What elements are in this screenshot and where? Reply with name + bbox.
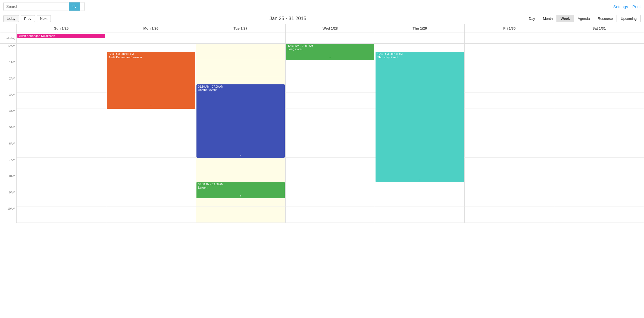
event-time: 02:30 AM - 07:00 AM — [198, 85, 283, 88]
time-label-3: 3AM — [0, 93, 17, 109]
time-cell-9-1 — [106, 190, 196, 206]
time-cell-5-6 — [554, 125, 644, 141]
time-cell-0-3: 12:00 AM - 01:00 AMLong event= — [286, 44, 375, 60]
time-cell-5-5 — [465, 125, 554, 141]
allday-cell-2 — [196, 33, 286, 44]
time-cell-10-5 — [465, 206, 554, 223]
calendar-title: Jan 25 - 31 2015 — [52, 16, 523, 21]
time-cell-8-6 — [554, 174, 644, 190]
allday-cell-3 — [286, 33, 375, 44]
allday-cell-4 — [375, 33, 465, 44]
event-e5[interactable]: 08:30 AM - 09:30 AMLaruem= — [196, 182, 285, 198]
prev-button[interactable]: Prev — [21, 15, 35, 22]
time-cell-5-3 — [286, 125, 375, 141]
event-e1[interactable]: 12:30 AM - 04:00 AMAudit Keuangan Bawasl… — [107, 52, 195, 109]
time-cell-0-4: 12:30 AM - 08:30 AMThursday Event= — [375, 44, 465, 60]
allday-event[interactable]: Audit Keuangan Kejaksaan — [17, 34, 105, 38]
time-label-10: 10AM — [0, 206, 17, 223]
allday-label: all-day — [0, 33, 17, 44]
next-button[interactable]: Next — [37, 15, 51, 22]
view-btn-upcoming[interactable]: Upcoming — [617, 15, 641, 22]
time-cell-5-1 — [106, 125, 196, 141]
calendar-container[interactable]: Sun 1/25Mon 1/26Tue 1/27Wed 1/28Thu 1/29… — [0, 24, 644, 307]
time-cell-8-1 — [106, 174, 196, 190]
time-label-0: 12AM — [0, 44, 17, 60]
time-cell-7-0 — [17, 158, 106, 174]
allday-cell-0: Audit Keuangan Kejaksaan — [17, 33, 106, 44]
time-cell-0-0 — [17, 44, 106, 60]
event-expand-icon: = — [240, 195, 241, 198]
view-btn-agenda[interactable]: Agenda — [574, 15, 594, 22]
time-cell-0-5 — [465, 44, 554, 60]
time-cell-0-6 — [554, 44, 644, 60]
time-cell-2-3 — [286, 76, 375, 93]
view-btn-month[interactable]: Month — [539, 15, 557, 22]
day-header-4: Thu 1/29 — [375, 24, 465, 33]
time-cell-3-6 — [554, 93, 644, 109]
time-cell-10-0 — [17, 206, 106, 223]
day-header-5: Fri 1/30 — [465, 24, 554, 33]
time-cell-1-0 — [17, 60, 106, 76]
time-cell-5-0 — [17, 125, 106, 141]
view-btn-day[interactable]: Day — [525, 15, 539, 22]
time-cell-0-2 — [196, 44, 286, 60]
time-cell-10-4 — [375, 206, 465, 223]
search-container — [3, 2, 85, 11]
time-label-9: 9AM — [0, 190, 17, 206]
time-cell-2-5 — [465, 76, 554, 93]
event-time: 12:30 AM - 08:30 AM — [377, 53, 462, 56]
calendar-grid: Sun 1/25Mon 1/26Tue 1/27Wed 1/28Thu 1/29… — [0, 24, 644, 223]
view-buttons: DayMonthWeekAgendaResourceUpcoming — [525, 15, 641, 22]
top-bar-right: Settings Print — [613, 4, 641, 9]
time-cell-3-0 — [17, 93, 106, 109]
time-cell-7-1 — [106, 158, 196, 174]
event-e4[interactable]: 12:30 AM - 08:30 AMThursday Event= — [376, 52, 464, 182]
allday-cell-1 — [106, 33, 196, 44]
event-title: Laruem — [198, 186, 283, 189]
event-title: Long event — [288, 47, 373, 51]
time-cell-6-1 — [106, 141, 196, 158]
event-title: Audit Keuangan Bawaslu — [108, 56, 193, 59]
time-cell-4-0 — [17, 109, 106, 125]
time-cell-2-0 — [17, 76, 106, 93]
event-e3[interactable]: 02:30 AM - 07:00 AMAnother event= — [196, 84, 285, 158]
allday-cell-5 — [465, 33, 554, 44]
time-cell-6-3 — [286, 141, 375, 158]
time-cell-1-2 — [196, 60, 286, 76]
time-cell-1-5 — [465, 60, 554, 76]
time-cell-6-5 — [465, 141, 554, 158]
view-btn-resource[interactable]: Resource — [594, 15, 617, 22]
day-header-0: Sun 1/25 — [17, 24, 106, 33]
time-cell-9-3 — [286, 190, 375, 206]
time-cell-7-2 — [196, 158, 286, 174]
event-title: Thursday Event — [377, 56, 462, 59]
print-link[interactable]: Print — [632, 4, 641, 9]
event-time: 12:00 AM - 01:00 AM — [288, 44, 373, 47]
time-cell-1-3 — [286, 60, 375, 76]
time-cell-7-6 — [554, 158, 644, 174]
time-cell-1-6 — [554, 60, 644, 76]
event-time: 12:30 AM - 04:00 AM — [108, 53, 193, 56]
time-cell-7-5 — [465, 158, 554, 174]
event-expand-icon: = — [240, 154, 241, 157]
day-header-2: Tue 1/27 — [196, 24, 286, 33]
time-cell-4-5 — [465, 109, 554, 125]
event-e2[interactable]: 12:00 AM - 01:00 AMLong event= — [286, 44, 374, 60]
time-cell-6-6 — [554, 141, 644, 158]
day-header-6: Sat 1/31 — [554, 24, 644, 33]
time-label-4: 4AM — [0, 109, 17, 125]
today-button[interactable]: today — [3, 15, 19, 22]
search-input[interactable] — [4, 3, 69, 10]
time-cell-4-6 — [554, 109, 644, 125]
view-btn-week[interactable]: Week — [557, 15, 574, 22]
time-label-7: 7AM — [0, 158, 17, 174]
search-button[interactable] — [69, 2, 80, 11]
time-cell-3-3 — [286, 93, 375, 109]
time-cell-9-0 — [17, 190, 106, 206]
settings-link[interactable]: Settings — [613, 4, 628, 9]
time-cell-3-5 — [465, 93, 554, 109]
time-label-6: 6AM — [0, 141, 17, 158]
corner-header — [0, 24, 17, 33]
nav-bar: today Prev Next Jan 25 - 31 2015 DayMont… — [0, 13, 644, 24]
search-icon — [72, 4, 77, 9]
